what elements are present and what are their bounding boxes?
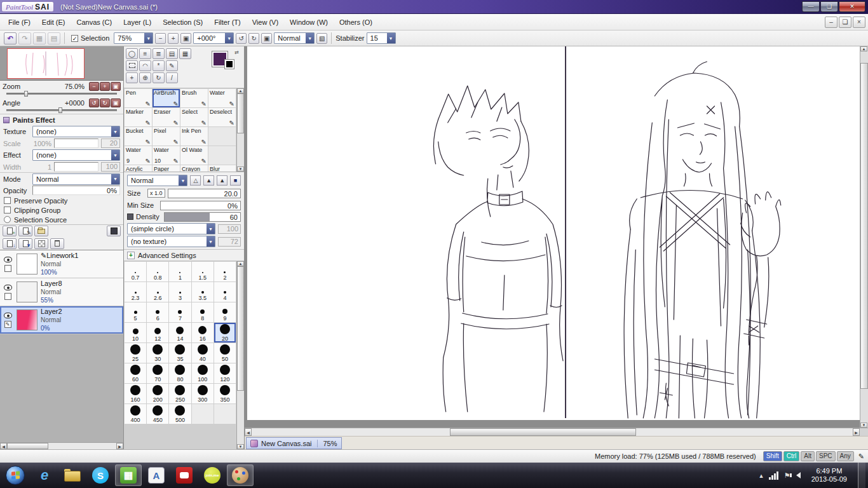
tool-grid-scrollbar[interactable]: ▲ ▼ <box>236 88 244 172</box>
tool-eraser[interactable]: Eraser✎ <box>153 108 180 126</box>
scroll-track[interactable] <box>7 443 116 449</box>
scroll-thumb[interactable] <box>450 428 636 436</box>
scroll-thumb[interactable] <box>237 266 244 391</box>
brush-grid-scrollbar[interactable]: ▲ ▼ <box>236 261 244 449</box>
brush-size-6[interactable]: 6 <box>147 302 168 322</box>
navigator[interactable] <box>0 46 123 81</box>
brush-size-2[interactable]: 2 <box>214 262 236 281</box>
nav-zoom-in-button[interactable]: + <box>100 82 110 91</box>
taskbar-item-green-app[interactable]: ▦ <box>115 464 142 486</box>
taskbar-item-skype[interactable]: S <box>87 464 114 486</box>
taskbar-item-joinme[interactable]: join.me <box>199 464 226 486</box>
tool-acrylic[interactable]: Acrylic✎ <box>125 165 152 172</box>
preserve-opacity-row[interactable]: Preserve Opacity <box>0 196 123 205</box>
layer-mask-button[interactable] <box>107 226 121 236</box>
layer-row-layer2[interactable]: ✎Layer2Normal0% <box>0 306 123 334</box>
tool-blur[interactable]: Blur✎ <box>208 165 236 172</box>
visibility-eye-icon[interactable] <box>4 285 12 290</box>
brush-blend-select[interactable]: Normal ▼ <box>127 175 187 186</box>
visibility-eye-icon[interactable] <box>4 257 12 262</box>
brush-size-1.5[interactable]: 1.5 <box>192 262 214 281</box>
tool-select[interactable]: Select✎ <box>180 108 208 126</box>
layer-row-linework1[interactable]: ✎Linework1Normal100% <box>0 250 123 278</box>
brush-size-2.3[interactable]: 2.3 <box>125 282 146 302</box>
brush-size-5[interactable]: 5 <box>125 302 146 322</box>
nav-rotate-reset-button[interactable]: ▣ <box>111 98 121 107</box>
brush-size-16[interactable]: 16 <box>192 323 214 342</box>
brush-size-50[interactable]: 50 <box>214 343 236 363</box>
zoom-reset-button[interactable]: ▣ <box>180 33 191 44</box>
new-layer-button[interactable]: + <box>3 226 17 236</box>
layer-mode-select[interactable]: Normal ▼ <box>32 173 120 185</box>
density-slider[interactable]: 60 <box>164 212 241 222</box>
scale-slider[interactable] <box>54 139 98 148</box>
minimize-button[interactable]: — <box>802 1 820 12</box>
brush-size-3.5[interactable]: 3.5 <box>192 282 214 302</box>
tool-water[interactable]: Water10✎ <box>153 146 180 165</box>
canvas-tab[interactable]: New Canvas.sai 75% <box>246 437 342 449</box>
scroll-track[interactable] <box>237 266 244 444</box>
flip-view-button[interactable]: ▧ <box>316 33 327 44</box>
scroll-track[interactable] <box>237 93 244 166</box>
tool-water[interactable]: Water✎ <box>208 89 236 107</box>
min-size-slider[interactable]: 0% <box>160 201 241 210</box>
nav-rotate-ccw-button[interactable]: ↺ <box>89 98 99 107</box>
navigator-zoom-slider[interactable] <box>0 92 123 97</box>
new-layer-set-button[interactable] <box>34 226 48 236</box>
tool-water[interactable]: Water9✎ <box>125 146 152 165</box>
tool-brush[interactable]: Brush✎ <box>180 89 208 107</box>
brush-size-0.7[interactable]: 0.7 <box>125 262 146 281</box>
taskbar-item-chat[interactable] <box>171 464 198 486</box>
volume-icon[interactable] <box>796 472 801 478</box>
scroll-right-arrow[interactable]: ▶ <box>853 428 860 436</box>
zoom-out-button[interactable]: − <box>155 33 166 44</box>
angle-select[interactable]: +000° ▼ <box>193 32 234 44</box>
selection-checkbox[interactable]: ✓ Selection <box>71 34 109 42</box>
navigator-angle-slider[interactable] <box>0 108 123 114</box>
brush-size-9[interactable]: 9 <box>214 302 236 322</box>
brush-size-25[interactable]: 25 <box>125 343 146 363</box>
zoom-in-button[interactable]: + <box>168 33 179 44</box>
scroll-thumb[interactable] <box>237 93 244 133</box>
swap-colors-icon[interactable]: ⇄ <box>234 50 239 55</box>
taskbar-item-word[interactable]: A <box>143 464 170 486</box>
brush-size-80[interactable]: 80 <box>169 363 191 383</box>
menu-item[interactable]: File (F) <box>3 15 36 29</box>
brush-size-250[interactable]: 250 <box>169 384 191 403</box>
brush-size-30[interactable]: 30 <box>147 343 168 363</box>
expand-plus-icon[interactable]: + <box>127 252 135 259</box>
menu-item[interactable]: Window (W) <box>284 15 334 29</box>
show-desktop-button[interactable] <box>858 463 865 488</box>
clear-layer-button[interactable] <box>34 238 48 249</box>
rotate-reset-button[interactable]: ▣ <box>261 33 272 44</box>
tool-crayon[interactable]: Crayon✎ <box>180 165 208 172</box>
scroll-left-arrow[interactable]: ◀ <box>0 443 7 449</box>
network-icon[interactable] <box>769 471 778 480</box>
navigator-thumbnail[interactable] <box>8 49 84 78</box>
rect-select-tool[interactable] <box>126 60 138 71</box>
brush-size-2.6[interactable]: 2.6 <box>147 282 168 302</box>
new-linework-layer-button[interactable]: ✎ <box>18 226 32 236</box>
start-button[interactable] <box>0 466 31 485</box>
zoom-select[interactable]: 75% ▼ <box>114 32 153 44</box>
zoom-tool[interactable]: ⊕ <box>139 72 151 83</box>
mdi-close-button[interactable]: × <box>853 17 865 28</box>
brush-texture-select[interactable]: (no texture) ▼ <box>127 236 215 247</box>
menu-item[interactable]: Canvas (C) <box>71 15 118 29</box>
eyedropper-tool[interactable]: / <box>166 72 178 83</box>
brush-size-slider[interactable]: 20.0 <box>168 189 241 198</box>
preserve-opacity-checkbox[interactable] <box>4 197 11 204</box>
brush-size-7[interactable]: 7 <box>169 302 191 322</box>
solid-line-button[interactable]: ≡ <box>139 48 151 59</box>
mdi-restore-button[interactable]: ❏ <box>839 17 851 28</box>
advanced-settings-row[interactable]: + Advanced Settings <box>124 250 244 261</box>
layer-opacity-slider[interactable]: 0% <box>32 186 120 195</box>
menu-item[interactable]: Selection (S) <box>157 15 208 29</box>
redo-button[interactable]: ↷ <box>18 32 31 44</box>
delete-layer-button[interactable] <box>50 238 64 249</box>
brush-size-14[interactable]: 14 <box>169 323 191 342</box>
tool-airbrush[interactable]: AirBrush✎ <box>153 89 180 107</box>
canvas[interactable] <box>247 46 860 420</box>
view-mode-select[interactable]: Normal ▼ <box>274 32 315 44</box>
line-style-button[interactable]: ≣ <box>153 48 165 59</box>
